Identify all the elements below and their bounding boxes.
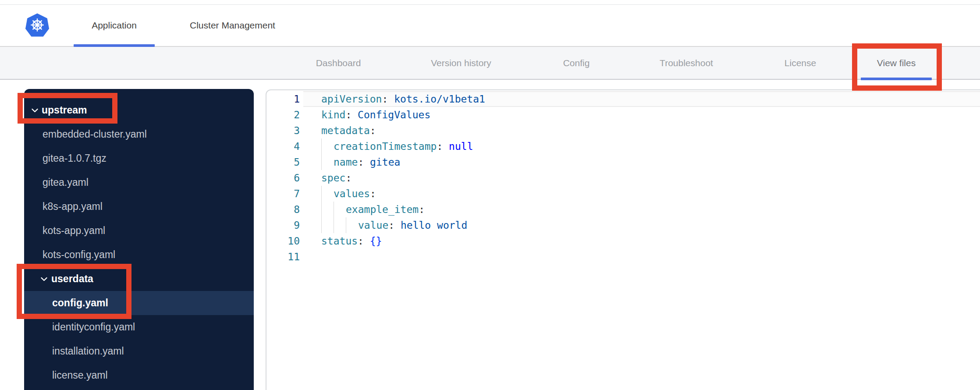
line-number: 9 bbox=[266, 217, 303, 233]
token-pn: : bbox=[358, 156, 370, 168]
code-line-content: value: hello world bbox=[303, 217, 980, 233]
code-line-11[interactable]: 11 bbox=[266, 249, 980, 265]
line-number: 3 bbox=[266, 123, 303, 138]
folder-label: userdata bbox=[51, 273, 93, 285]
line-number: 11 bbox=[266, 249, 303, 265]
file-label: installation.yaml bbox=[52, 345, 124, 357]
sidebar-item-upstream[interactable]: upstream bbox=[24, 98, 254, 122]
line-number: 1 bbox=[266, 91, 303, 107]
token-str: kots.io/v1beta1 bbox=[394, 93, 485, 105]
code-line-6[interactable]: 6spec: bbox=[266, 170, 980, 186]
token-kw: null bbox=[449, 141, 473, 152]
subnav-item-dashboard[interactable]: Dashboard bbox=[316, 47, 361, 79]
token-key: creationTimestamp bbox=[334, 141, 437, 152]
file-label: config.yaml bbox=[52, 297, 108, 309]
code-line-3[interactable]: 3metadata: bbox=[266, 123, 980, 138]
code-line-5[interactable]: 5name: gitea bbox=[266, 154, 980, 170]
code-line-content: example_item: bbox=[303, 202, 980, 217]
file-label: identityconfig.yaml bbox=[52, 321, 135, 333]
subnav-item-view-files[interactable]: View files bbox=[877, 47, 916, 79]
kots-admin-console: ApplicationCluster Management DashboardV… bbox=[0, 0, 980, 390]
header-tab-application[interactable]: Application bbox=[83, 5, 146, 46]
token-key: kind bbox=[321, 109, 345, 121]
code-line-9[interactable]: 9value: hello world bbox=[266, 217, 980, 233]
sidebar-item-installation-yaml[interactable]: installation.yaml bbox=[24, 339, 254, 363]
file-label: gitea-1.0.7.tgz bbox=[43, 152, 107, 164]
line-number: 8 bbox=[266, 202, 303, 217]
subnav-item-troubleshoot[interactable]: Troubleshoot bbox=[660, 47, 713, 79]
code-line-content: metadata: bbox=[303, 123, 980, 138]
token-key: name bbox=[334, 156, 358, 168]
app-header: ApplicationCluster Management bbox=[0, 5, 980, 47]
token-key: metadata bbox=[321, 125, 370, 136]
token-pn: : bbox=[370, 125, 376, 136]
code-line-2[interactable]: 2kind: ConfigValues bbox=[266, 107, 980, 123]
indent-guide bbox=[321, 154, 334, 170]
token-pn: : bbox=[370, 188, 376, 199]
code-line-content: status: {} bbox=[303, 233, 980, 249]
code-line-8[interactable]: 8example_item: bbox=[266, 202, 980, 217]
file-contents-editor[interactable]: 1apiVersion: kots.io/v1beta12kind: Confi… bbox=[266, 89, 980, 390]
line-number: 6 bbox=[266, 170, 303, 186]
token-br: {} bbox=[370, 235, 382, 247]
line-number: 10 bbox=[266, 233, 303, 249]
token-str: gitea bbox=[370, 156, 400, 168]
token-pn: : bbox=[382, 93, 394, 105]
indent-guide bbox=[346, 217, 358, 233]
token-str: hello world bbox=[401, 220, 467, 231]
code-line-4[interactable]: 4creationTimestamp: null bbox=[266, 138, 980, 154]
file-label: kots-app.yaml bbox=[43, 225, 105, 237]
token-key: example_item bbox=[346, 204, 419, 215]
line-number: 5 bbox=[266, 154, 303, 170]
sidebar-item-kots-app-yaml[interactable]: kots-app.yaml bbox=[24, 219, 254, 243]
indent-guide bbox=[321, 217, 334, 233]
kubernetes-logo-icon bbox=[25, 13, 49, 37]
token-pn: : bbox=[358, 235, 370, 247]
code-line-10[interactable]: 10status: {} bbox=[266, 233, 980, 249]
token-key: spec bbox=[321, 172, 345, 184]
indent-guide bbox=[321, 202, 334, 217]
sidebar-item-userdata[interactable]: userdata bbox=[24, 267, 254, 291]
token-pn: : bbox=[345, 109, 358, 121]
line-number: 4 bbox=[266, 138, 303, 154]
line-number: 2 bbox=[266, 107, 303, 123]
sidebar-item-k8s-app-yaml[interactable]: k8s-app.yaml bbox=[24, 195, 254, 219]
subnav-item-license[interactable]: License bbox=[785, 47, 816, 79]
code-line-content bbox=[303, 249, 980, 265]
folder-label: upstream bbox=[42, 104, 87, 116]
subnav-item-config[interactable]: Config bbox=[563, 47, 590, 79]
token-pn: : bbox=[345, 172, 352, 184]
indent-guide bbox=[321, 138, 334, 154]
indent-guide bbox=[334, 217, 346, 233]
token-key: apiVersion bbox=[321, 93, 382, 105]
chevron-down-icon bbox=[32, 108, 38, 113]
token-key: value bbox=[358, 220, 388, 231]
sidebar-item-gitea-1-0-7-tgz[interactable]: gitea-1.0.7.tgz bbox=[24, 146, 254, 170]
indent-guide bbox=[334, 202, 346, 217]
code-line-content: name: gitea bbox=[303, 154, 980, 170]
app-subnav: DashboardVersion historyConfigTroublesho… bbox=[0, 47, 980, 80]
token-pn: : bbox=[437, 141, 449, 152]
file-label: k8s-app.yaml bbox=[43, 201, 103, 213]
code-line-1[interactable]: 1apiVersion: kots.io/v1beta1 bbox=[266, 91, 980, 107]
code-line-content: creationTimestamp: null bbox=[303, 138, 980, 154]
file-tree-sidebar: upstreamembedded-cluster.yamlgitea-1.0.7… bbox=[24, 89, 254, 390]
file-label: gitea.yaml bbox=[43, 177, 89, 188]
sidebar-item-kots-config-yaml[interactable]: kots-config.yaml bbox=[24, 243, 254, 267]
token-key: values bbox=[334, 188, 370, 199]
token-pn: : bbox=[388, 220, 401, 231]
sidebar-item-embedded-cluster-yaml[interactable]: embedded-cluster.yaml bbox=[24, 122, 254, 146]
sidebar-item-gitea-yaml[interactable]: gitea.yaml bbox=[24, 170, 254, 195]
indent-guide bbox=[321, 186, 334, 202]
code-line-content: spec: bbox=[303, 170, 980, 186]
sidebar-item-identityconfig-yaml[interactable]: identityconfig.yaml bbox=[24, 315, 254, 339]
active-subnav-underline bbox=[861, 78, 932, 80]
code-line-7[interactable]: 7values: bbox=[266, 186, 980, 202]
sidebar-item-license-yaml[interactable]: license.yaml bbox=[24, 363, 254, 387]
subnav-item-version-history[interactable]: Version history bbox=[431, 47, 491, 79]
token-key: status bbox=[321, 235, 358, 247]
chevron-down-icon bbox=[41, 277, 47, 281]
header-tab-cluster-management[interactable]: Cluster Management bbox=[174, 5, 291, 46]
file-label: license.yaml bbox=[52, 369, 108, 381]
sidebar-item-config-yaml[interactable]: config.yaml bbox=[24, 291, 254, 315]
